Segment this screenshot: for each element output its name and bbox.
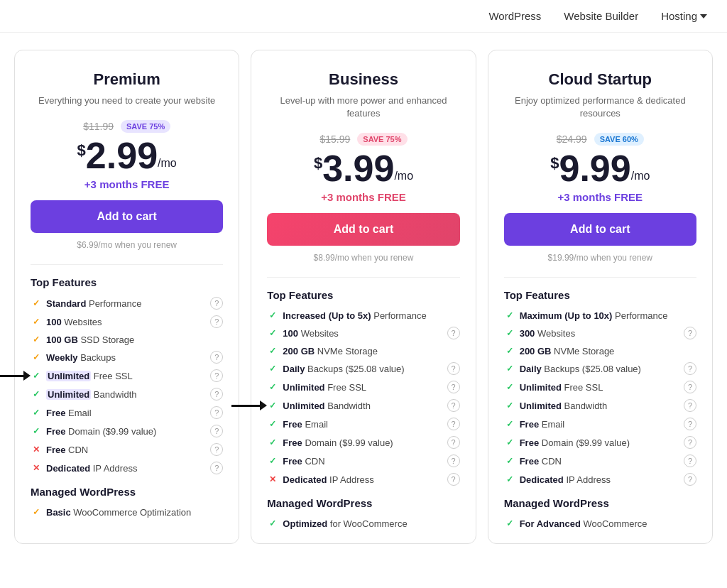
feature-rest: Bandwidth (91, 389, 136, 400)
months-free-label: +3 months FREE (267, 191, 459, 203)
feature-text: 100 GB SSD Storage (46, 334, 134, 345)
plan-subtitle: Enjoy optimized performance & dedicated … (504, 94, 696, 120)
nav-item-wordpress[interactable]: WordPress (488, 10, 541, 22)
check-icon: ✓ (504, 418, 515, 430)
feature-rest: Email (539, 419, 564, 430)
feature-bold: Free (520, 437, 539, 448)
feature-item: ✓Daily Backups ($25.08 value)? (504, 362, 696, 375)
check-icon: ✓ (504, 437, 515, 448)
feature-text: 100 Websites (46, 317, 102, 327)
info-icon[interactable]: ? (210, 443, 223, 456)
info-icon[interactable]: ? (684, 418, 696, 430)
info-icon[interactable]: ? (447, 436, 460, 449)
price-mo: /mo (158, 157, 177, 170)
info-icon[interactable]: ? (684, 327, 696, 339)
price-mo: /mo (394, 170, 413, 183)
info-icon[interactable]: ? (210, 351, 223, 364)
add-to-cart-button[interactable]: Add to cart (31, 200, 223, 233)
feature-text: Free Email (46, 408, 92, 418)
info-icon[interactable]: ? (210, 425, 223, 437)
feature-bold: Free (46, 408, 65, 418)
check-icon: ✓ (504, 474, 515, 485)
add-to-cart-button[interactable]: Add to cart (504, 213, 696, 246)
check-icon: ✓ (267, 345, 278, 356)
feature-bold: Unlimited (520, 401, 562, 411)
feature-list: ✓Increased (Up to 5x) Performance✓100 We… (267, 310, 459, 486)
managed-title: Managed WordPress (504, 497, 696, 509)
price-amount: 2.99 (86, 137, 158, 174)
feature-list: ✓Maximum (Up to 10x) Performance✓300 Web… (504, 310, 696, 486)
arrow-pointer (0, 371, 31, 381)
info-icon[interactable]: ? (447, 399, 460, 412)
months-free-label: +3 months FREE (504, 191, 696, 203)
info-icon[interactable]: ? (210, 462, 223, 474)
plan-card-cloud-startup: Cloud StartupEnjoy optimized performance… (488, 50, 713, 544)
info-icon[interactable]: ? (684, 362, 696, 375)
check-icon: ✓ (267, 400, 278, 411)
original-price: $11.99 (83, 121, 114, 132)
feature-bold: Weekly (46, 352, 78, 363)
plan-title: Cloud Startup (504, 70, 696, 89)
feature-text: Dedicated IP Address (283, 474, 373, 485)
current-price: $2.99/mo (31, 137, 223, 174)
feature-text: Increased (Up to 5x) Performance (283, 310, 426, 321)
check-icon: ✓ (267, 455, 278, 467)
feature-text: Free CDN (283, 456, 324, 467)
info-icon[interactable]: ? (684, 381, 696, 393)
feature-bold: Dedicated (520, 474, 564, 485)
info-icon[interactable]: ? (447, 473, 460, 486)
info-icon[interactable]: ? (684, 436, 696, 449)
info-icon[interactable]: ? (447, 418, 460, 430)
info-icon[interactable]: ? (684, 473, 696, 486)
chevron-down-icon (700, 14, 707, 18)
info-icon[interactable]: ? (210, 369, 223, 382)
plan-title: Premium (31, 70, 223, 89)
check-icon: ✓ (267, 363, 278, 374)
feature-text: Daily Backups ($25.08 value) (283, 364, 404, 374)
info-icon[interactable]: ? (210, 315, 223, 328)
check-icon: ✓ (267, 437, 278, 448)
info-icon[interactable]: ? (684, 399, 696, 412)
top-nav: WordPressWebsite BuilderHosting (0, 0, 727, 33)
feature-text: Unlimited Free SSL (520, 382, 603, 393)
feature-rest: Bandwidth (562, 401, 607, 411)
feature-rest: IP Address (327, 474, 373, 485)
info-icon[interactable]: ? (210, 406, 223, 419)
feature-item: ✓Free Email? (504, 418, 696, 430)
info-icon[interactable]: ? (447, 381, 460, 393)
info-icon[interactable]: ? (684, 454, 696, 467)
check-icon: ✓ (31, 388, 42, 400)
feature-item: ✕Free CDN? (31, 443, 223, 456)
feature-text: Free Email (283, 419, 328, 430)
check-icon: ✓ (504, 400, 515, 411)
managed-section: Managed WordPress✓Optimized for WooComme… (267, 497, 459, 529)
nav-item-hosting[interactable]: Hosting (661, 10, 707, 22)
info-icon[interactable]: ? (447, 327, 460, 339)
feature-rest: IP Address (90, 463, 137, 474)
price-amount: 9.99 (559, 150, 631, 187)
info-icon[interactable]: ? (447, 454, 460, 467)
managed-feature-rest: WooCommerce (581, 518, 647, 529)
feature-item: ✓Free Domain ($9.99 value)? (504, 436, 696, 449)
price-row: $11.99SAVE 75% (31, 120, 223, 133)
info-icon[interactable]: ? (210, 297, 223, 310)
feature-item: ✓Dedicated IP Address? (504, 473, 696, 486)
plan-subtitle: Everything you need to create your websi… (31, 94, 223, 107)
info-icon[interactable]: ? (210, 388, 223, 401)
check-icon: ✓ (31, 407, 42, 418)
add-to-cart-button[interactable]: Add to cart (267, 213, 459, 246)
feature-bold: Unlimited (46, 371, 91, 381)
nav-item-website-builder[interactable]: Website Builder (564, 10, 638, 22)
feature-item: ✓Free CDN? (267, 454, 459, 467)
feature-bold: 200 GB (283, 346, 315, 356)
feature-item: ✓Standard Performance? (31, 297, 223, 310)
feature-text: Unlimited Bandwidth (46, 389, 137, 400)
check-icon: ✓ (267, 310, 278, 321)
feature-item: ✕Dedicated IP Address? (31, 462, 223, 474)
info-icon[interactable]: ? (447, 362, 460, 375)
managed-feature-rest: WooCommerce Optimization (71, 507, 192, 518)
feature-item: ✓Unlimited Bandwidth? (31, 388, 223, 401)
feature-text: 300 Websites (520, 328, 576, 339)
price-mo: /mo (631, 170, 650, 183)
check-icon: ✓ (31, 316, 42, 327)
